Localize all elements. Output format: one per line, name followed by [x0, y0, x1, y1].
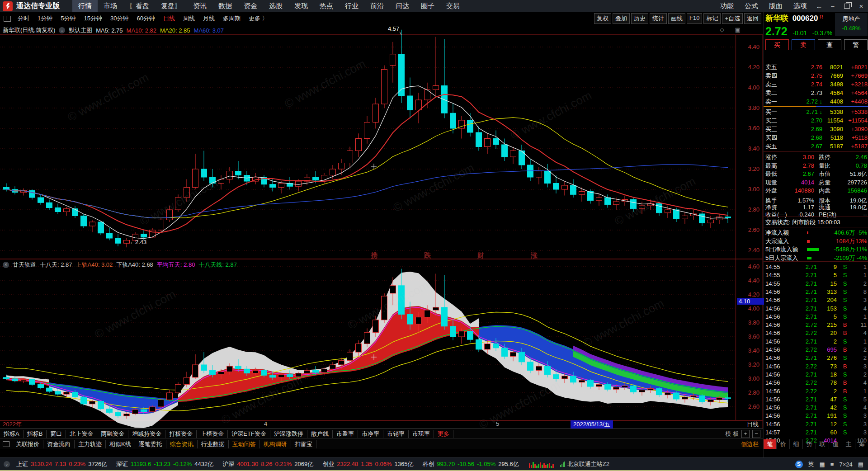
price-change: -0.01	[793, 29, 807, 37]
bottom-tab-综合资讯[interactable]: 综合资讯	[166, 440, 198, 448]
server-name: 北京联通主站Z2	[567, 460, 609, 468]
bottom-tab-上榜资金[interactable]: 上榜资金	[197, 430, 228, 438]
index-深证[interactable]: 深证11193.6-13.23-0.12%4432亿	[116, 460, 216, 468]
panel-tab-筹[interactable]: 筹	[855, 439, 868, 449]
quote-panel: 新华联 000620 R 房地产 -0.48% 2.72 -0.01 -0.37…	[763, 12, 868, 457]
panel-tab-主[interactable]: 主	[842, 439, 855, 449]
bottom-tab-沪深涨跌停[interactable]: 沪深涨跌停	[270, 430, 307, 438]
bottom-tab-行业数据[interactable]: 行业数据	[198, 440, 229, 448]
collapse-icon[interactable]: ⌄	[59, 27, 65, 33]
overlay-label[interactable]: 默认主图	[69, 26, 92, 34]
market-histogram	[529, 461, 554, 468]
minimize-icon[interactable]: −	[826, 2, 840, 10]
restore-icon[interactable]	[844, 4, 850, 9]
bottom-tab-窗口[interactable]: 窗口	[47, 430, 66, 438]
lang-indicator[interactable]: 英	[808, 460, 814, 468]
bottom-tab-市盈率[interactable]: 市盈率	[333, 430, 358, 438]
bottom-tab-市净率[interactable]: 市净率	[358, 430, 383, 438]
bottom-tab-指标A[interactable]: 指标A	[0, 430, 24, 438]
index-上证[interactable]: 上证3130.247.130.23%3726亿	[16, 460, 110, 468]
index-沪深[interactable]: 沪深4001.308.260.21%2069亿	[222, 460, 316, 468]
server-status[interactable]: 北京联通主站Z2	[560, 460, 609, 468]
bottom-tab-关联报价[interactable]: 关联报价	[12, 440, 43, 448]
action-button-买[interactable]: 买	[765, 39, 789, 50]
menu-item-选项[interactable]: 选项	[788, 0, 812, 12]
period-label: 日线	[747, 420, 759, 429]
panel-tab-势[interactable]: 势	[803, 439, 816, 449]
panel-tab-联[interactable]: 联	[816, 439, 829, 449]
ma10-value: MA10: 2.82	[127, 27, 157, 34]
window-icon[interactable]	[3, 441, 9, 447]
index-创业[interactable]: 创业2322.481.350.06%1365亿	[322, 460, 416, 468]
overlay-char: 携	[371, 251, 377, 260]
close-icon[interactable]: ×	[854, 2, 868, 10]
bottom-tab-互动问答[interactable]: 互动问答	[229, 440, 260, 448]
last-price: 2.72	[765, 25, 788, 38]
stat-row: 现量4014总量297726	[764, 178, 868, 187]
more-tab[interactable]: 更多	[434, 430, 453, 438]
bottom-tab-资金流向[interactable]: 资金流向	[43, 440, 75, 448]
tick-row: 14:562.71191S3	[764, 411, 868, 420]
svg-text:←2.43: ←2.43	[129, 239, 146, 245]
sub-axis-tick: 3.60	[736, 333, 760, 340]
bottom-tab-机构调研[interactable]: 机构调研	[260, 440, 291, 448]
bottom-tab-北上资金[interactable]: 北上资金	[66, 430, 97, 438]
bottom-tab-散户线[interactable]: 散户线	[307, 430, 333, 438]
template-button[interactable]: 模 板	[725, 430, 739, 438]
candlestick-chart[interactable]: 4.57←2.43	[0, 0, 763, 457]
bottom-tab-两融资金[interactable]: 两融资金	[97, 430, 128, 438]
expand-indices-icon[interactable]: ⌄	[4, 461, 10, 467]
main-axis-tick: 4.20	[736, 64, 760, 71]
fund-flow-row: 大宗流入1084万13%	[764, 237, 868, 245]
industry-change: -0.48%	[835, 25, 868, 32]
bottom-tab-主力轨迹[interactable]: 主力轨迹	[75, 440, 106, 448]
sub-pane-header: × 廿天轨道 十八天: 2.87 上轨A40: 3.02 下轨A40: 2.68…	[3, 261, 237, 269]
main-axis-tick: 4.40	[736, 43, 760, 50]
industry-name: 房地产	[835, 15, 868, 23]
bottom-tab-市销率[interactable]: 市销率	[383, 430, 409, 438]
stat-row: 收益(—)-0.240PE(动)--	[764, 210, 868, 219]
bottom-tab-市现率[interactable]: 市现率	[409, 430, 434, 438]
panel-tab-值[interactable]: 值	[829, 439, 842, 449]
indicator-close-icon[interactable]: ×	[3, 262, 9, 268]
indicator-tab-row: 指标A指标B窗口北上资金两融资金增减持资金打板资金上榜资金沪深ETF资金沪深涨跌…	[0, 429, 763, 439]
taskbar-icon[interactable]: ▤	[858, 461, 863, 468]
main-axis-tick: 3.80	[736, 104, 760, 111]
menu-icon[interactable]: ≡	[830, 461, 834, 468]
tick-row: 14:562.712S1	[764, 337, 868, 346]
add-pane-button[interactable]: +	[741, 430, 750, 438]
action-button-卖[interactable]: 卖	[792, 39, 815, 50]
tick-row: 14:552.715S1	[764, 271, 868, 279]
orderbook-row: 卖三2.743498+3218	[764, 80, 868, 89]
orderbook-row: 买五2.675187+5187	[764, 142, 868, 151]
tick-row: 14:562.7220B4	[764, 329, 868, 337]
panel-tab-笔[interactable]: 笔	[764, 439, 777, 449]
action-button-警[interactable]: 警	[844, 39, 868, 50]
sidebar-toggle-button[interactable]: 侧边栏	[741, 440, 759, 448]
keyboard-icon[interactable]: ▦	[820, 461, 825, 468]
menu-item-版面[interactable]: 版面	[764, 0, 788, 12]
panel-tab-细[interactable]: 细	[790, 439, 803, 449]
bottom-tab-指标B[interactable]: 指标B	[24, 430, 47, 438]
remove-pane-button[interactable]: −	[752, 430, 760, 438]
input-method-icon[interactable]: S	[795, 461, 803, 468]
bottom-tab-相似K线[interactable]: 相似K线	[106, 440, 135, 448]
pane-corner-icons[interactable]: ◇ ▣	[720, 26, 745, 33]
bottom-tab-沪深ETF资金[interactable]: 沪深ETF资金	[228, 430, 270, 438]
indicator-name[interactable]: 廿天轨道	[13, 261, 36, 269]
bottom-tab-打板资金[interactable]: 打板资金	[165, 430, 197, 438]
bottom-tab-增减持资金[interactable]: 增减持资金	[128, 430, 165, 438]
overlay-char: 涨	[531, 251, 538, 260]
industry-box[interactable]: 房地产 -0.48%	[835, 13, 868, 36]
bottom-tab-扫雷宝[interactable]: 扫雷宝	[291, 440, 316, 448]
panel-tab-价[interactable]: 价	[777, 439, 790, 449]
bottom-tab-逐笔委托[interactable]: 逐笔委托	[135, 440, 166, 448]
fund-flow-row: 5日净流入额-5488万-11%	[764, 245, 868, 254]
tick-row: 14:552.7115S2	[764, 279, 868, 288]
back-icon[interactable]: ←	[812, 2, 826, 10]
chart-area[interactable]: 4.57←2.43 新华联(日线,前复权) ⌄ 默认主图 MA5: 2.75 M…	[0, 0, 763, 457]
tick-row: 14:562.7118S2	[764, 370, 868, 379]
action-button-查[interactable]: 查	[818, 39, 841, 50]
function-tab-row: 关联报价资金流向主力轨迹相似K线逐笔委托综合资讯行业数据互动问答机构调研扫雷宝 …	[0, 438, 763, 449]
index-科创[interactable]: 科创993.70-10.56-1.05%295.6亿	[422, 460, 521, 468]
